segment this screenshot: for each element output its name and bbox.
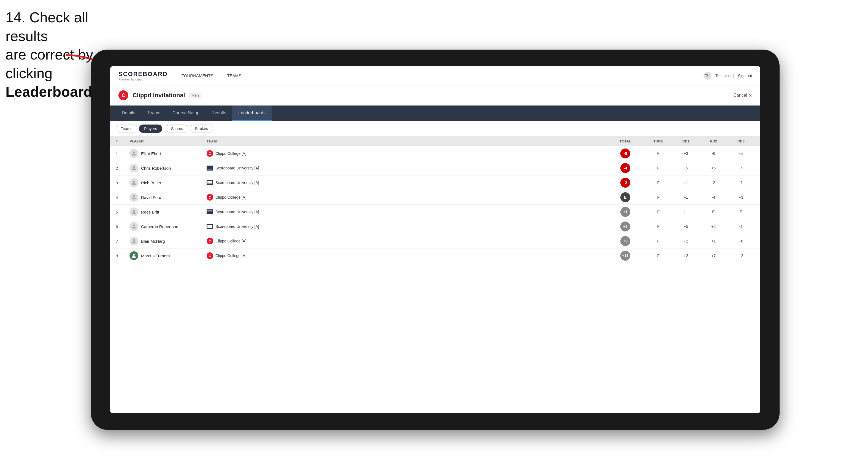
table-row: 3 Rich Butler Scoreboard University [A] … — [110, 176, 760, 190]
table-row: 8 Marcus Turners C Clippd College [A] +1… — [110, 249, 760, 263]
team-cell: C Clippd College [A] — [207, 194, 606, 200]
filter-strokes[interactable]: Strokes — [190, 125, 213, 133]
rd2: -4 — [700, 195, 727, 199]
rank: 2 — [116, 166, 129, 170]
tournament-header: C Clippd Invitational Men Cancel ✕ — [110, 85, 760, 105]
team-cell: Scoreboard University [A] — [207, 209, 606, 214]
svg-point-2 — [133, 166, 135, 168]
team-cell: C Clippd College [A] — [207, 238, 606, 244]
avatar — [129, 193, 138, 202]
col-thru: THRU — [645, 139, 672, 143]
tablet-screen: SCOREBOARD Powered by clippd TOURNAMENTS… — [110, 66, 760, 413]
tab-course-setup[interactable]: Course Setup — [166, 105, 206, 121]
filter-teams[interactable]: Teams — [116, 125, 137, 133]
rank: 6 — [116, 224, 129, 229]
rd1: -5 — [672, 166, 700, 170]
table-row: 2 Chris Robertson Scoreboard University … — [110, 161, 760, 176]
tab-details[interactable]: Details — [116, 105, 141, 121]
col-rank: # — [116, 139, 129, 143]
team-logo — [207, 165, 213, 170]
rd2: -6 — [700, 151, 727, 156]
rd2: +1 — [700, 239, 727, 243]
avatar — [129, 149, 138, 158]
logo-area: SCOREBOARD Powered by clippd — [119, 70, 168, 81]
team-cell: Scoreboard University [A] — [207, 180, 606, 185]
tournament-title-row: C Clippd Invitational Men — [119, 90, 201, 100]
col-rd3: RD3 — [727, 139, 755, 143]
col-rd1: RD1 — [672, 139, 700, 143]
team-logo: C — [207, 238, 213, 244]
tab-results[interactable]: Results — [206, 105, 232, 121]
player-name: Blair McHarg — [141, 239, 165, 244]
team-logo — [207, 224, 213, 229]
thru: F — [645, 239, 672, 243]
player-name: Marcus Turners — [141, 253, 170, 258]
player-name: David Ford — [141, 195, 161, 200]
player-cell: Blair McHarg — [129, 237, 207, 246]
signout-link[interactable]: Sign out — [738, 73, 752, 78]
rd1: +3 — [672, 151, 700, 156]
tournament-name: Clippd Invitational — [132, 92, 185, 99]
rank: 1 — [116, 151, 129, 156]
player-cell: Rich Butler — [129, 178, 207, 187]
cancel-button[interactable]: Cancel ✕ — [733, 93, 752, 98]
table-row: 4 David Ford C Clippd College [A] E F +1… — [110, 190, 760, 205]
rd3: +2 — [727, 253, 755, 258]
player-cell: Marcus Turners — [129, 251, 207, 260]
rank: 5 — [116, 210, 129, 214]
player-cell: Elliot Ebert — [129, 149, 207, 158]
svg-point-5 — [133, 210, 135, 212]
player-cell: Rees Britt — [129, 208, 207, 216]
team-cell: C Clippd College [A] — [207, 252, 606, 259]
filter-scores[interactable]: Scores — [166, 125, 188, 133]
rd3: +6 — [727, 239, 755, 243]
score-badge: -2 — [620, 178, 630, 188]
logo-sub: Powered by clippd — [119, 78, 168, 81]
rd2: -2 — [700, 181, 727, 185]
table-row: 7 Blair McHarg C Clippd College [A] +9 F… — [110, 234, 760, 249]
user-icon: TU — [704, 72, 711, 80]
filter-players[interactable]: Players — [139, 125, 162, 133]
nav-teams[interactable]: TEAMS — [224, 72, 244, 79]
col-rd2: RD2 — [700, 139, 727, 143]
tournament-tag: Men — [189, 93, 201, 98]
rd3: -5 — [727, 151, 755, 156]
team-logo: C — [207, 252, 213, 259]
player-cell: Chris Robertson — [129, 164, 207, 173]
filter-row: Teams Players Scores Strokes — [110, 121, 760, 136]
rd2: +5 — [700, 166, 727, 170]
table-header: # PLAYER TEAM TOTAL THRU RD1 RD2 RD3 — [110, 136, 760, 146]
team-cell: C Clippd College [A] — [207, 150, 606, 157]
score-badge: +11 — [620, 251, 630, 261]
score-badge: -8 — [620, 149, 630, 158]
rd1: +1 — [672, 181, 700, 185]
avatar — [129, 178, 138, 187]
rd2: +7 — [700, 253, 727, 258]
tab-leaderboards[interactable]: Leaderboards — [232, 105, 272, 121]
rd3: -1 — [727, 181, 755, 185]
avatar — [129, 222, 138, 231]
avatar — [129, 251, 138, 260]
tab-teams[interactable]: Teams — [141, 105, 166, 121]
rd3: +3 — [727, 195, 755, 199]
avatar — [129, 164, 138, 173]
rd2: +2 — [700, 224, 727, 229]
col-team: TEAM — [207, 139, 606, 143]
table-row: 5 Rees Britt Scoreboard University [A] +… — [110, 205, 760, 219]
nav-tournaments[interactable]: TOURNAMENTS — [179, 72, 216, 79]
avatar — [129, 237, 138, 246]
table-row: 6 Cameron Robertson Scoreboard Universit… — [110, 219, 760, 234]
score-badge: +9 — [620, 236, 630, 246]
rd1: +1 — [672, 195, 700, 199]
player-name: Cameron Robertson — [141, 224, 178, 229]
svg-point-1 — [133, 152, 135, 153]
team-cell: Scoreboard University [A] — [207, 224, 606, 229]
nav-right: TU Test User | Sign out — [704, 72, 752, 80]
player-cell: Cameron Robertson — [129, 222, 207, 231]
tournament-icon: C — [119, 90, 128, 100]
user-label: Test User | — [715, 73, 734, 78]
team-cell: Scoreboard University [A] — [207, 165, 606, 170]
player-name: Rees Britt — [141, 210, 159, 214]
rd2: E — [700, 210, 727, 214]
team-logo — [207, 209, 213, 214]
